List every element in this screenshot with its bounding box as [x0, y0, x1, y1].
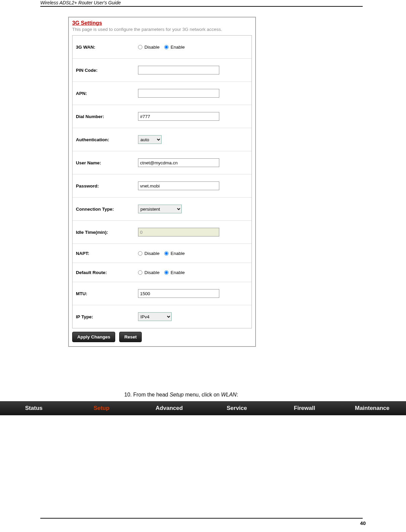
label-3g-wan-enable: Enable	[171, 45, 185, 50]
label-route-enable: Enable	[171, 270, 185, 275]
label-mtu: MTU:	[75, 291, 138, 296]
radio-napt-disable[interactable]	[138, 251, 142, 256]
row-napt: NAPT: Disable Enable	[73, 244, 252, 263]
row-mtu: MTU:	[73, 282, 252, 305]
label-dial: Dial Number:	[75, 114, 138, 119]
row-pass: Password:	[73, 174, 252, 198]
label-napt-enable: Enable	[171, 251, 185, 256]
instruction-suffix: :	[236, 392, 238, 397]
form-area: 3G WAN: Disable Enable PIN Code:	[72, 35, 252, 328]
label-user: User Name:	[75, 160, 138, 165]
nav-setup[interactable]: Setup	[68, 401, 136, 415]
row-user: User Name:	[73, 151, 252, 174]
doc-header: Wireless ADSL2+ Router User's Guide	[40, 0, 123, 5]
footer-divider	[40, 518, 363, 519]
select-iptype[interactable]: IPv4	[138, 312, 172, 321]
nav-firewall[interactable]: Firewall	[271, 401, 339, 415]
label-pin: PIN Code:	[75, 68, 138, 73]
label-apn: APN:	[75, 91, 138, 96]
label-pass: Password:	[75, 183, 138, 189]
label-3g-wan: 3G WAN:	[75, 45, 138, 50]
row-dial: Dial Number:	[73, 105, 252, 128]
page-number: 40	[360, 520, 366, 526]
instruction-setup: Setup	[170, 392, 184, 397]
instruction-wlan: WLAN	[221, 392, 236, 397]
nav-maintenance[interactable]: Maintenance	[339, 401, 406, 415]
row-route: Default Route: Disable Enable	[73, 263, 252, 282]
button-bar: Apply Changes Reset	[72, 328, 252, 344]
select-auth[interactable]: auto	[138, 135, 162, 144]
input-apn[interactable]	[138, 89, 219, 98]
nav-status[interactable]: Status	[0, 401, 68, 415]
panel-description: This page is used to configure the param…	[72, 27, 252, 32]
radio-route-disable[interactable]	[138, 270, 142, 275]
input-user[interactable]	[138, 158, 219, 167]
label-auth: Authentication:	[75, 137, 138, 142]
row-idle: Idle Time(min):	[73, 221, 252, 244]
settings-panel: 3G Settings This page is used to configu…	[68, 17, 256, 347]
input-pass[interactable]	[138, 181, 219, 190]
instruction-mid: menu, click on	[184, 392, 221, 397]
label-napt-disable: Disable	[144, 251, 160, 256]
label-conn: Connection Type:	[75, 207, 138, 212]
label-iptype: IP Type:	[75, 314, 138, 319]
select-conn[interactable]: persistent	[138, 205, 182, 213]
label-3g-wan-disable: Disable	[144, 45, 160, 50]
radio-napt-enable[interactable]	[164, 251, 169, 256]
row-apn: APN:	[73, 82, 252, 105]
top-nav: Status Setup Advanced Service Firewall M…	[0, 401, 406, 415]
label-napt: NAPT:	[75, 251, 138, 256]
row-auth: Authentication: auto	[73, 128, 252, 151]
input-pin[interactable]	[138, 66, 219, 74]
label-route-disable: Disable	[144, 270, 160, 275]
apply-button[interactable]: Apply Changes	[72, 332, 115, 342]
nav-advanced[interactable]: Advanced	[135, 401, 203, 415]
label-idle: Idle Time(min):	[75, 230, 138, 235]
input-mtu[interactable]	[138, 289, 219, 298]
instruction-text: 10. From the head Setup menu, click on W…	[124, 392, 238, 398]
header-divider	[40, 6, 363, 7]
reset-button[interactable]: Reset	[119, 332, 142, 342]
instruction-prefix: 10. From the head	[124, 392, 170, 397]
input-dial[interactable]	[138, 112, 219, 121]
nav-service[interactable]: Service	[203, 401, 271, 415]
input-idle	[138, 228, 219, 236]
row-3g-wan: 3G WAN: Disable Enable	[73, 36, 252, 59]
row-conn: Connection Type: persistent	[73, 198, 252, 221]
radio-3g-wan-enable[interactable]	[164, 45, 169, 49]
panel-title: 3G Settings	[72, 20, 252, 26]
row-iptype: IP Type: IPv4	[73, 305, 252, 328]
label-route: Default Route:	[75, 270, 138, 275]
radio-route-enable[interactable]	[164, 270, 169, 275]
row-pin: PIN Code:	[73, 59, 252, 82]
radio-3g-wan-disable[interactable]	[138, 45, 142, 49]
